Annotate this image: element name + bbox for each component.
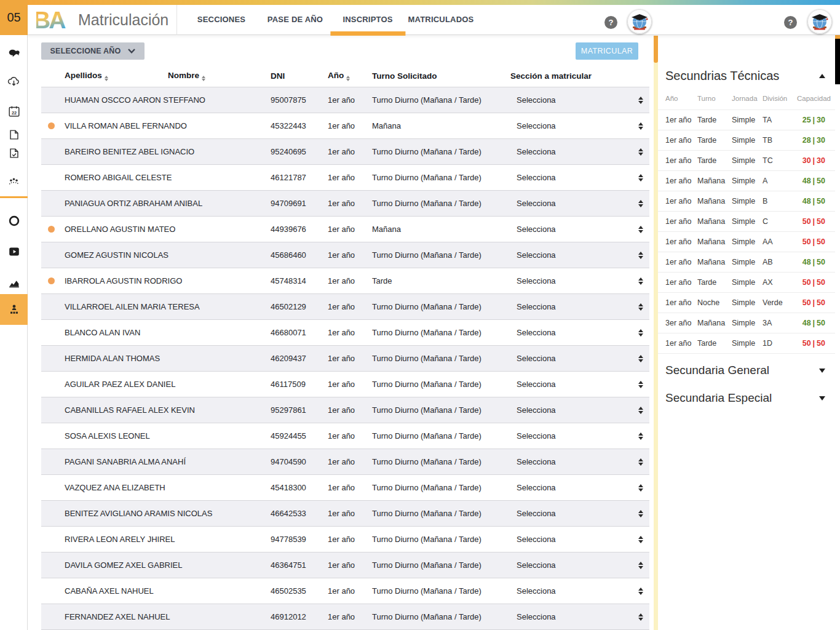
section-row[interactable]: 1er añoMañanaSimpleAA50|50 <box>658 232 835 252</box>
flag-cell <box>41 122 61 129</box>
select-stepper-icon <box>638 303 643 311</box>
student-dni: 45924455 <box>267 431 325 441</box>
section-jornada: Simple <box>732 177 763 185</box>
tab-pase-de-ano[interactable]: PASE DE AÑO <box>267 5 323 35</box>
content-scrollbar-thumb[interactable] <box>654 36 658 63</box>
section-row[interactable]: 1er añoTardeSimpleTA25|30 <box>658 110 835 130</box>
section-row[interactable]: 3er añoMañanaSimple3A48|50 <box>658 313 835 333</box>
tab-secciones[interactable]: SECCIONES <box>197 5 245 35</box>
seccion-select[interactable]: Selecciona <box>509 423 649 449</box>
student-name: GOMEZ AGUSTIN NICOLAS <box>61 250 267 260</box>
column-nombre[interactable]: Nombre <box>165 71 267 81</box>
seccion-select[interactable]: Selecciona <box>509 242 649 268</box>
enrollment-icon-active[interactable] <box>0 294 28 325</box>
matriculacion-app: 05 BA Matriculación SECCIONES PASE DE AÑ… <box>0 0 840 630</box>
seccion-select[interactable]: Selecciona <box>509 139 649 164</box>
tab-matriculados[interactable]: MATRICULADOS <box>408 5 474 35</box>
student-name: ORELLANO AGUSTIN MATEO <box>61 225 267 234</box>
student-row: RIVERA LEON ARELY JHIREL947785391er añoT… <box>41 527 649 552</box>
calendar-icon[interactable]: 22 <box>0 102 28 121</box>
seccion-select[interactable]: Selecciona <box>509 372 649 397</box>
people-icon[interactable] <box>0 172 28 191</box>
student-year: 1er año <box>325 225 369 234</box>
section-row[interactable]: 1er añoMañanaSimpleAB48|50 <box>658 252 835 273</box>
year-select-button[interactable]: SELECCIONE AÑO <box>41 42 145 60</box>
section-row[interactable]: 1er añoTardeSimpleTC30|30 <box>658 151 835 171</box>
column-apellidos[interactable]: Apellidos <box>61 71 165 81</box>
section-row[interactable]: 1er añoTardeSimple1D50|50 <box>658 333 835 354</box>
student-row: CABANILLAS RAFAEL ALEX KEVIN952978611er … <box>41 397 649 423</box>
section-turno: Tarde <box>697 136 732 145</box>
student-year: 1er año <box>325 354 369 363</box>
help-icon-secondary[interactable]: ? <box>784 16 797 29</box>
seccion-select[interactable]: Selecciona <box>509 87 649 113</box>
main-content: SELECCIONE AÑO MATRICULAR Apellidos Nomb… <box>28 35 654 630</box>
section-division: C <box>763 217 797 226</box>
section-row[interactable]: 1er añoMañanaSimpleA48|50 <box>658 171 835 191</box>
student-year: 1er año <box>325 431 369 441</box>
seccion-select[interactable]: Selecciona <box>509 217 649 242</box>
panel-scrollbar[interactable] <box>835 35 840 630</box>
student-turno: Turno Diurno (Mañana / Tarde) <box>369 405 509 415</box>
seccion-select[interactable]: Selecciona <box>509 294 649 319</box>
student-year: 1er año <box>325 173 369 182</box>
user-avatar[interactable] <box>627 9 652 34</box>
document-check-icon[interactable] <box>0 144 28 162</box>
cloud-download-icon[interactable] <box>0 72 28 90</box>
tab-inscriptos[interactable]: INSCRIPTOS <box>343 5 392 35</box>
seccion-select[interactable]: Selecciona <box>509 604 649 629</box>
seccion-select-value: Selecciona <box>517 380 556 389</box>
chart-icon[interactable] <box>0 274 28 292</box>
seccion-select[interactable]: Selecciona <box>509 113 649 138</box>
section-turno: Tarde <box>697 278 732 287</box>
section-row[interactable]: 1er añoNocheSimpleVerde50|50 <box>658 293 835 313</box>
seccion-select[interactable]: Selecciona <box>509 475 649 500</box>
select-stepper-icon <box>638 562 643 569</box>
section-division: AB <box>763 258 797 266</box>
seccion-select[interactable]: Selecciona <box>509 527 649 552</box>
panel-scrollbar-thumb[interactable] <box>835 39 840 84</box>
seccion-select[interactable]: Selecciona <box>509 320 649 345</box>
user-avatar-secondary[interactable] <box>807 9 832 34</box>
section-anio: 1er año <box>665 278 697 287</box>
seccion-select[interactable]: Selecciona <box>509 449 649 474</box>
ring-icon[interactable] <box>0 212 28 230</box>
section-division: A <box>763 177 797 185</box>
student-name: DAVILA GOMEZ AXEL GABRIEL <box>61 560 267 570</box>
help-icon[interactable]: ? <box>604 16 617 29</box>
seccion-select[interactable]: Selecciona <box>509 346 649 371</box>
comments-icon[interactable] <box>0 45 28 63</box>
seccion-select[interactable]: Selecciona <box>509 501 649 526</box>
column-ano[interactable]: Año <box>325 71 369 81</box>
select-stepper-icon <box>638 277 643 285</box>
group-secundaria-especial[interactable]: Secundaria Especial <box>658 387 835 409</box>
section-row[interactable]: 1er añoTardeSimpleAX50|50 <box>658 273 835 293</box>
matricular-button[interactable]: MATRICULAR <box>576 42 638 60</box>
section-turno: Mañana <box>697 258 732 266</box>
content-scrollbar[interactable] <box>654 36 658 630</box>
seccion-select[interactable]: Selecciona <box>509 191 649 216</box>
section-row[interactable]: 1er añoMañanaSimpleC50|50 <box>658 212 835 232</box>
section-row[interactable]: 1er añoTardeSimpleTB28|30 <box>658 130 835 151</box>
section-jornada: Simple <box>732 278 763 287</box>
section-division: 1D <box>763 339 797 348</box>
seccion-select[interactable]: Selecciona <box>509 268 649 293</box>
document-icon[interactable] <box>0 126 28 144</box>
student-dni: 46117509 <box>267 380 325 389</box>
seccion-select[interactable]: Selecciona <box>509 552 649 578</box>
seccion-select[interactable]: Selecciona <box>509 578 649 604</box>
column-seccion: Sección a matricular <box>509 71 649 81</box>
student-name: VILLA ROMAN ABEL FERNANDO <box>61 121 267 130</box>
student-name: SOSA ALEXIS LEONEL <box>61 431 267 441</box>
select-stepper-icon <box>638 329 643 337</box>
student-row: HUAMAN OSCCO AARON STEFFANO950078751er a… <box>41 87 649 113</box>
group-secundarias-tecnicas[interactable]: Secundrias Técnicas <box>658 65 835 87</box>
sort-icon <box>346 76 350 81</box>
seccion-select[interactable]: Selecciona <box>509 397 649 423</box>
section-turno: Tarde <box>697 339 732 348</box>
section-row[interactable]: 1er añoMañanaSimpleB48|50 <box>658 191 835 212</box>
seccion-select[interactable]: Selecciona <box>509 165 649 190</box>
section-turno: Mañana <box>697 217 732 226</box>
group-secundaria-general[interactable]: Secundaria General <box>658 359 835 381</box>
video-icon[interactable] <box>0 242 28 261</box>
